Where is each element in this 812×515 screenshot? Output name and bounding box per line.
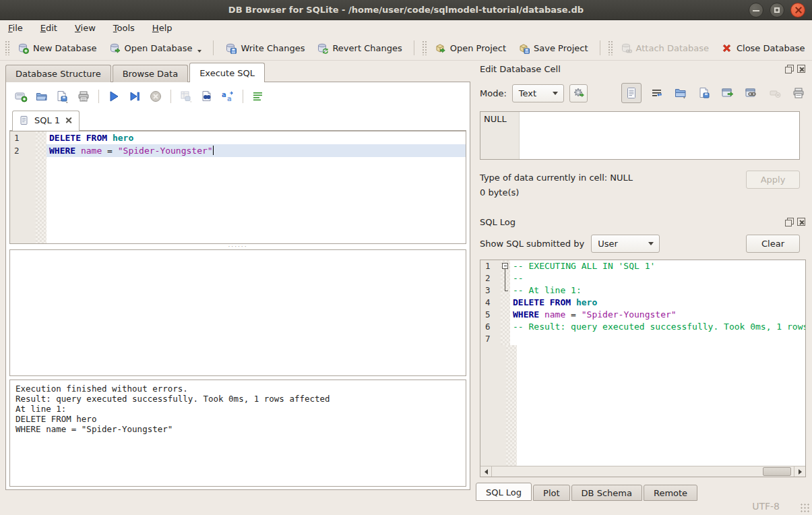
set-as-null-button	[767, 85, 783, 101]
database-write-icon	[225, 42, 237, 54]
maximize-icon	[774, 7, 780, 13]
maximize-button[interactable]	[770, 3, 784, 18]
new-sql-tab-button[interactable]	[12, 88, 30, 105]
editor-line: 1 DELETE FROM hero	[10, 131, 466, 144]
copy-link-button[interactable]	[743, 85, 759, 101]
close-panel-icon[interactable]	[797, 218, 805, 226]
auto-format-button[interactable]: aa	[219, 88, 237, 105]
open-external-button[interactable]	[720, 85, 736, 101]
sql-file-icon	[20, 115, 30, 125]
open-project-button[interactable]: Open Project	[429, 39, 512, 57]
edit-cell-dock-header: Edit Database Cell	[476, 62, 807, 75]
toolbar-grip	[608, 40, 613, 55]
open-sql-file-button[interactable]	[33, 88, 51, 105]
close-panel-icon[interactable]	[797, 65, 805, 73]
cell-edit-area[interactable]	[520, 112, 799, 159]
revert-changes-button[interactable]: Revert Changes	[311, 39, 408, 57]
cell-type-info: Type of data currently in cell: NULL	[480, 171, 746, 185]
tab-execute-sql[interactable]: Execute SQL	[189, 63, 265, 82]
filter-label: Show SQL submitted by	[480, 239, 584, 249]
find-replace-button[interactable]	[198, 88, 216, 105]
menu-file[interactable]: File	[8, 23, 23, 33]
auto-mode-button[interactable]	[569, 84, 588, 102]
scroll-right-button[interactable]	[794, 466, 805, 477]
float-panel-icon[interactable]	[785, 65, 793, 73]
log-empty-area	[480, 345, 805, 466]
toolbar-separator	[243, 90, 243, 103]
editor-line-current: 2 WHERE name = "Spider-Youngster"	[10, 144, 466, 157]
close-window-button[interactable]	[790, 3, 805, 18]
resize-grip[interactable]	[800, 503, 809, 512]
svg-text:a: a	[227, 95, 232, 102]
status-bar: UTF-8	[0, 496, 812, 515]
print-cell-button[interactable]	[790, 85, 807, 101]
execution-message-pane[interactable]: Execution finished without errors. Resul…	[9, 380, 466, 487]
results-grid[interactable]	[9, 249, 466, 376]
execute-sql-page: aa SQL 1 1 DELETE FROM hero 2 WHERE name…	[5, 82, 470, 490]
save-project-button[interactable]: Save Project	[512, 39, 594, 57]
tab-browse-data[interactable]: Browse Data	[113, 65, 189, 82]
sql-log-filter-row: Show SQL submitted by User Clear	[480, 234, 800, 253]
sql-log-dock-header: SQL Log	[476, 215, 807, 229]
write-changes-button[interactable]: Write Changes	[219, 39, 311, 57]
scroll-left-button[interactable]	[480, 466, 492, 477]
word-wrap-button[interactable]	[249, 88, 267, 105]
code-text: WHERE name = "Spider-Youngster"	[46, 144, 466, 157]
toolbar-separator	[414, 40, 414, 55]
save-sql-file-button[interactable]	[54, 88, 71, 105]
chevron-down-icon	[648, 242, 654, 245]
sql-editor[interactable]: 1 DELETE FROM hero 2 WHERE name = "Spide…	[9, 131, 466, 244]
clear-log-button[interactable]: Clear	[746, 235, 800, 253]
minimize-icon	[753, 10, 759, 11]
log-line: 7	[480, 333, 805, 345]
pane-splitter-handle[interactable]: ······	[9, 244, 466, 249]
submitted-by-select[interactable]: User	[591, 235, 660, 253]
toolbar-grip	[422, 40, 427, 55]
execute-current-line-button[interactable]	[126, 88, 144, 105]
menu-bar: File Edit View Tools Help	[0, 20, 812, 36]
encoding-indicator: UTF-8	[752, 501, 780, 512]
message-line: WHERE name = "Spider-Youngster"	[15, 424, 460, 434]
log-line: 6 -- Result: query executed successfully…	[480, 321, 805, 333]
main-tab-bar: Database Structure Browse Data Execute S…	[5, 63, 266, 82]
mode-select[interactable]: Text	[512, 84, 564, 102]
line-number: 1	[10, 131, 36, 144]
scrollbar-thumb[interactable]	[763, 467, 791, 476]
right-dock-area: Edit Database Cell Mode: Text	[476, 62, 807, 495]
dropdown-caret-icon	[197, 50, 201, 53]
close-tab-icon[interactable]	[65, 117, 72, 124]
execute-all-button[interactable]	[105, 88, 123, 105]
word-wrap-button[interactable]	[649, 85, 665, 101]
horizontal-scrollbar[interactable]	[480, 466, 805, 477]
cell-value-editor[interactable]: NULL	[480, 111, 800, 160]
sql-log-view[interactable]: 1 -- EXECUTING ALL IN 'SQL 1' 2 -- 3 -- …	[480, 260, 806, 477]
menu-edit[interactable]: Edit	[40, 23, 57, 33]
print-button[interactable]	[75, 88, 92, 105]
toolbar-separator	[98, 90, 99, 103]
toolbar-separator	[600, 40, 600, 55]
sql-1-tab[interactable]: SQL 1	[12, 111, 80, 130]
fold-collapse-icon[interactable]	[502, 263, 508, 269]
edit-cell-title: Edit Database Cell	[480, 64, 785, 74]
menu-tools[interactable]: Tools	[113, 23, 135, 33]
float-panel-icon[interactable]	[785, 218, 793, 226]
new-database-button[interactable]: New Database	[11, 39, 103, 57]
scrollbar-track[interactable]	[492, 466, 794, 477]
close-database-button[interactable]: Close Database	[715, 39, 811, 57]
export-to-file-button[interactable]	[696, 85, 712, 101]
text-mode-button[interactable]	[621, 83, 642, 103]
database-new-icon	[18, 42, 29, 54]
database-attach-icon	[621, 42, 632, 54]
minimize-button[interactable]	[749, 3, 763, 18]
open-database-button[interactable]: Open Database	[103, 39, 208, 57]
menu-help[interactable]: Help	[152, 23, 173, 33]
toolbar-separator	[170, 90, 171, 103]
log-line: 4 DELETE FROM hero	[480, 297, 805, 309]
code-text: DELETE FROM hero	[46, 131, 466, 144]
svg-text:a: a	[222, 91, 226, 98]
menu-view[interactable]: View	[75, 23, 96, 33]
tab-database-structure[interactable]: Database Structure	[5, 65, 111, 82]
cell-size-info: 0 byte(s)	[480, 185, 746, 200]
import-from-file-button[interactable]	[673, 85, 689, 101]
cell-editor-toolbar	[621, 83, 807, 103]
